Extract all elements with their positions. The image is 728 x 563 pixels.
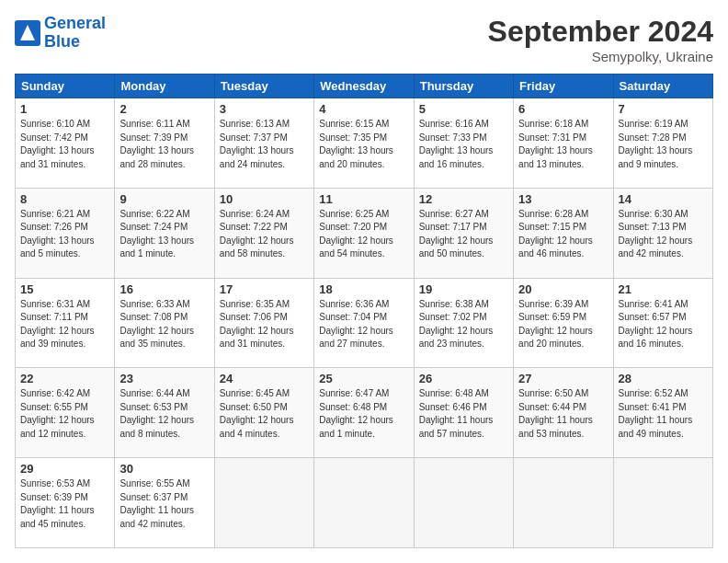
day-info: Sunrise: 6:36 AM Sunset: 7:04 PM Dayligh… (319, 298, 408, 351)
calendar-week-1: 1Sunrise: 6:10 AM Sunset: 7:42 PM Daylig… (16, 98, 713, 189)
logo-blue: Blue (44, 32, 80, 51)
page: General Blue September 2024 Semypolky, U… (0, 0, 728, 563)
calendar-cell: 30Sunrise: 6:55 AM Sunset: 6:37 PM Dayli… (115, 458, 214, 548)
calendar-cell: 5Sunrise: 6:16 AM Sunset: 7:33 PM Daylig… (414, 98, 513, 189)
day-number: 14 (619, 192, 708, 206)
day-info: Sunrise: 6:45 AM Sunset: 6:50 PM Dayligh… (220, 387, 309, 441)
day-number: 15 (20, 282, 109, 296)
day-number: 30 (119, 462, 209, 476)
weekday-header-monday: Monday (115, 75, 214, 98)
calendar-cell: 22Sunrise: 6:42 AM Sunset: 6:55 PM Dayli… (16, 368, 115, 458)
calendar-cell: 24Sunrise: 6:45 AM Sunset: 6:50 PM Dayli… (214, 368, 313, 458)
calendar-cell: 2Sunrise: 6:11 AM Sunset: 7:39 PM Daylig… (115, 98, 214, 189)
calendar-cell: 15Sunrise: 6:31 AM Sunset: 7:11 PM Dayli… (16, 278, 115, 368)
calendar-week-5: 29Sunrise: 6:53 AM Sunset: 6:39 PM Dayli… (16, 458, 713, 548)
day-number: 2 (119, 102, 209, 116)
calendar-cell: 20Sunrise: 6:39 AM Sunset: 6:59 PM Dayli… (514, 278, 613, 368)
day-number: 1 (20, 102, 109, 116)
calendar-cell: 7Sunrise: 6:19 AM Sunset: 7:28 PM Daylig… (613, 98, 712, 189)
calendar-cell: 6Sunrise: 6:18 AM Sunset: 7:31 PM Daylig… (514, 98, 613, 189)
day-info: Sunrise: 6:15 AM Sunset: 7:35 PM Dayligh… (319, 118, 408, 171)
day-info: Sunrise: 6:35 AM Sunset: 7:06 PM Dayligh… (220, 298, 309, 351)
day-number: 4 (319, 102, 408, 116)
weekday-header-sunday: Sunday (16, 75, 115, 98)
calendar-cell: 27Sunrise: 6:50 AM Sunset: 6:44 PM Dayli… (514, 368, 613, 458)
day-number: 22 (20, 372, 109, 385)
calendar-cell: 12Sunrise: 6:27 AM Sunset: 7:17 PM Dayli… (414, 188, 513, 278)
calendar-cell: 10Sunrise: 6:24 AM Sunset: 7:22 PM Dayli… (214, 188, 313, 278)
day-info: Sunrise: 6:27 AM Sunset: 7:17 PM Dayligh… (419, 208, 508, 261)
day-number: 28 (619, 372, 708, 385)
weekday-header-friday: Friday (514, 75, 613, 98)
day-number: 25 (319, 372, 408, 385)
month-title: September 2024 (488, 15, 713, 49)
day-info: Sunrise: 6:22 AM Sunset: 7:24 PM Dayligh… (119, 208, 209, 261)
calendar-cell (214, 458, 313, 548)
weekday-header-thursday: Thursday (414, 75, 513, 98)
calendar-cell: 25Sunrise: 6:47 AM Sunset: 6:48 PM Dayli… (314, 368, 414, 458)
day-number: 17 (220, 282, 309, 296)
day-number: 21 (619, 282, 708, 296)
calendar-cell (613, 458, 712, 548)
day-info: Sunrise: 6:30 AM Sunset: 7:13 PM Dayligh… (619, 208, 708, 261)
calendar-cell: 19Sunrise: 6:38 AM Sunset: 7:02 PM Dayli… (414, 278, 513, 368)
day-info: Sunrise: 6:21 AM Sunset: 7:26 PM Dayligh… (20, 208, 109, 261)
calendar-cell: 17Sunrise: 6:35 AM Sunset: 7:06 PM Dayli… (214, 278, 313, 368)
calendar-week-2: 8Sunrise: 6:21 AM Sunset: 7:26 PM Daylig… (16, 188, 713, 278)
day-number: 19 (419, 282, 508, 296)
day-number: 10 (220, 192, 309, 206)
day-number: 7 (619, 102, 708, 116)
location: Semypolky, Ukraine (488, 49, 713, 64)
calendar-cell: 13Sunrise: 6:28 AM Sunset: 7:15 PM Dayli… (514, 188, 613, 278)
day-number: 18 (319, 282, 408, 296)
day-info: Sunrise: 6:52 AM Sunset: 6:41 PM Dayligh… (619, 387, 708, 441)
calendar-cell: 14Sunrise: 6:30 AM Sunset: 7:13 PM Dayli… (613, 188, 712, 278)
calendar-week-3: 15Sunrise: 6:31 AM Sunset: 7:11 PM Dayli… (16, 278, 713, 368)
day-info: Sunrise: 6:50 AM Sunset: 6:44 PM Dayligh… (518, 387, 608, 441)
weekday-header-tuesday: Tuesday (214, 75, 313, 98)
calendar-cell (514, 458, 613, 548)
calendar-cell (414, 458, 513, 548)
day-info: Sunrise: 6:33 AM Sunset: 7:08 PM Dayligh… (119, 298, 209, 351)
calendar-cell: 11Sunrise: 6:25 AM Sunset: 7:20 PM Dayli… (314, 188, 414, 278)
day-number: 24 (220, 372, 309, 385)
day-info: Sunrise: 6:42 AM Sunset: 6:55 PM Dayligh… (20, 387, 109, 441)
calendar-cell: 16Sunrise: 6:33 AM Sunset: 7:08 PM Dayli… (115, 278, 214, 368)
day-number: 27 (518, 372, 608, 385)
calendar-cell: 8Sunrise: 6:21 AM Sunset: 7:26 PM Daylig… (16, 188, 115, 278)
day-info: Sunrise: 6:16 AM Sunset: 7:33 PM Dayligh… (419, 118, 508, 171)
weekday-header-row: SundayMondayTuesdayWednesdayThursdayFrid… (16, 75, 713, 98)
header: General Blue September 2024 Semypolky, U… (15, 15, 713, 64)
day-info: Sunrise: 6:31 AM Sunset: 7:11 PM Dayligh… (20, 298, 109, 351)
calendar-cell: 9Sunrise: 6:22 AM Sunset: 7:24 PM Daylig… (115, 188, 214, 278)
day-number: 29 (20, 462, 109, 476)
day-info: Sunrise: 6:10 AM Sunset: 7:42 PM Dayligh… (20, 118, 109, 171)
calendar-cell: 23Sunrise: 6:44 AM Sunset: 6:53 PM Dayli… (115, 368, 214, 458)
logo-icon (15, 20, 40, 46)
day-info: Sunrise: 6:28 AM Sunset: 7:15 PM Dayligh… (518, 208, 608, 261)
calendar-cell: 29Sunrise: 6:53 AM Sunset: 6:39 PM Dayli… (16, 458, 115, 548)
calendar-cell: 26Sunrise: 6:48 AM Sunset: 6:46 PM Dayli… (414, 368, 513, 458)
calendar-table: SundayMondayTuesdayWednesdayThursdayFrid… (15, 74, 713, 548)
day-info: Sunrise: 6:44 AM Sunset: 6:53 PM Dayligh… (119, 387, 209, 441)
weekday-header-wednesday: Wednesday (314, 75, 414, 98)
logo-general: General (44, 14, 106, 32)
title-block: September 2024 Semypolky, Ukraine (488, 15, 713, 64)
day-number: 9 (119, 192, 209, 206)
day-number: 11 (319, 192, 408, 206)
day-info: Sunrise: 6:11 AM Sunset: 7:39 PM Dayligh… (119, 118, 209, 171)
day-number: 8 (20, 192, 109, 206)
logo: General Blue (15, 15, 106, 52)
day-number: 23 (119, 372, 209, 385)
day-info: Sunrise: 6:47 AM Sunset: 6:48 PM Dayligh… (319, 387, 408, 441)
calendar-cell: 18Sunrise: 6:36 AM Sunset: 7:04 PM Dayli… (314, 278, 414, 368)
day-info: Sunrise: 6:19 AM Sunset: 7:28 PM Dayligh… (619, 118, 708, 171)
calendar-cell: 28Sunrise: 6:52 AM Sunset: 6:41 PM Dayli… (613, 368, 712, 458)
calendar-cell: 1Sunrise: 6:10 AM Sunset: 7:42 PM Daylig… (16, 98, 115, 189)
day-number: 5 (419, 102, 508, 116)
day-info: Sunrise: 6:13 AM Sunset: 7:37 PM Dayligh… (220, 118, 309, 171)
weekday-header-saturday: Saturday (613, 75, 712, 98)
calendar-cell: 4Sunrise: 6:15 AM Sunset: 7:35 PM Daylig… (314, 98, 414, 189)
calendar-week-4: 22Sunrise: 6:42 AM Sunset: 6:55 PM Dayli… (16, 368, 713, 458)
day-number: 12 (419, 192, 508, 206)
